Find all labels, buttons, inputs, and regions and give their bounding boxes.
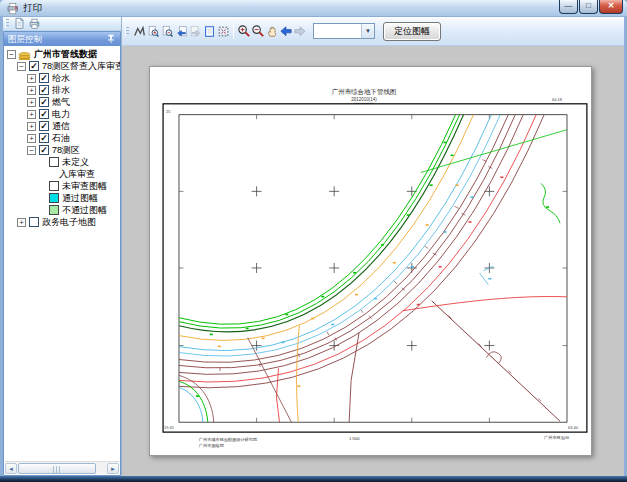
toolbar-grip[interactable] bbox=[125, 27, 129, 36]
chevron-down-icon[interactable]: ▼ bbox=[361, 24, 374, 38]
legend-label: 未定义 bbox=[62, 156, 89, 168]
pan-icon[interactable] bbox=[265, 23, 279, 40]
map-title: 广州市综合地下管线图 bbox=[332, 88, 397, 96]
legend-swatch[interactable] bbox=[49, 157, 59, 167]
app-toolbar bbox=[3, 17, 121, 31]
zoom-page-in-icon[interactable] bbox=[146, 23, 160, 40]
checkbox-checked[interactable]: ✓ bbox=[39, 145, 49, 155]
layer-control-header[interactable]: 图层控制 bbox=[4, 32, 120, 46]
expand-toggle[interactable]: + bbox=[27, 122, 36, 131]
scroll-right-arrow[interactable]: ► bbox=[107, 463, 119, 474]
zoom-out-icon[interactable] bbox=[251, 23, 265, 40]
frame-label-bl: 19.45 bbox=[164, 425, 175, 430]
tree-row-basemap[interactable]: + 政务电子地图 bbox=[4, 216, 120, 228]
new-document-icon[interactable] bbox=[12, 17, 27, 30]
pin-icon[interactable] bbox=[105, 33, 117, 45]
title-bar: 打印 — □ ✕ bbox=[0, 0, 627, 17]
pipeline-ticks bbox=[220, 160, 541, 402]
locate-sheet-button[interactable]: 定位图幅 bbox=[383, 22, 441, 41]
legend-label: 入库审查 bbox=[59, 168, 95, 180]
collapse-toggle[interactable]: − bbox=[17, 62, 26, 71]
tree-row-legend[interactable]: 未定义 bbox=[4, 156, 120, 168]
frame-label-br: 63.40 bbox=[568, 425, 579, 430]
checkbox-checked[interactable]: ✓ bbox=[39, 97, 49, 107]
tree-row-layer[interactable]: + ✓ 通信 bbox=[4, 120, 120, 132]
map-sheet-page: 广州市综合地下管线图 2012010(14) 25 64.18 19.45 63… bbox=[149, 66, 592, 456]
fit-extent-icon[interactable] bbox=[216, 23, 230, 40]
toolbar-separator bbox=[233, 23, 234, 39]
expand-toggle[interactable]: + bbox=[27, 98, 36, 107]
tree-row-legend[interactable]: 通过图幅 bbox=[4, 192, 120, 204]
collapse-toggle[interactable]: − bbox=[27, 146, 36, 155]
tree-row-layer[interactable]: + ✓ 给水 bbox=[4, 72, 120, 84]
checkbox-checked[interactable]: ✓ bbox=[39, 109, 49, 119]
map-subtitle: 2012010(14) bbox=[351, 97, 377, 102]
legend-swatch[interactable] bbox=[49, 193, 59, 203]
tree-row-layer[interactable]: + ✓ 燃气 bbox=[4, 96, 120, 108]
legend-label: 未审查图幅 bbox=[62, 180, 107, 192]
checkbox-checked[interactable]: ✓ bbox=[39, 133, 49, 143]
single-page-icon[interactable] bbox=[202, 23, 216, 40]
maximize-button[interactable]: □ bbox=[579, 0, 598, 14]
expand-toggle[interactable]: + bbox=[27, 86, 36, 95]
frame-label-tl: 25 bbox=[166, 109, 171, 114]
toolbar-grip[interactable] bbox=[5, 19, 9, 28]
checkbox-checked[interactable]: ✓ bbox=[29, 61, 39, 71]
zoom-page-out-icon[interactable] bbox=[160, 23, 174, 40]
pipeline-branches bbox=[179, 130, 567, 422]
window-title: 打印 bbox=[23, 2, 42, 15]
tree-row-zone[interactable]: − ✓ 78测区 bbox=[4, 144, 120, 156]
legend-swatch[interactable] bbox=[49, 205, 59, 215]
fit-width-icon[interactable] bbox=[132, 23, 146, 40]
layer-control-panel: 图层控制 − 广州市管线数据 − ✓ 78测区督查入库审查数据 bbox=[3, 31, 121, 476]
preview-area[interactable]: 广州市综合地下管线图 2012010(14) 25 64.18 19.45 63… bbox=[122, 46, 624, 476]
expand-toggle[interactable]: + bbox=[17, 218, 26, 227]
tree-row-layer[interactable]: + ✓ 排水 bbox=[4, 84, 120, 96]
checkbox-checked[interactable]: ✓ bbox=[39, 73, 49, 83]
tree-row-legend[interactable]: 未审查图幅 bbox=[4, 180, 120, 192]
expand-toggle[interactable]: + bbox=[27, 134, 36, 143]
go-back-icon[interactable] bbox=[279, 23, 293, 40]
checkbox-unchecked[interactable] bbox=[29, 217, 39, 227]
tree-row-dataset[interactable]: − ✓ 78测区督查入库审查数据 bbox=[4, 60, 120, 72]
tree-root-label: 广州市管线数据 bbox=[34, 48, 97, 60]
checkbox-checked[interactable]: ✓ bbox=[39, 85, 49, 95]
layer-control-title: 图层控制 bbox=[8, 34, 42, 44]
page-back-icon[interactable] bbox=[174, 23, 188, 40]
scrollbar-thumb[interactable] bbox=[18, 463, 96, 474]
zone-label: 78测区 bbox=[52, 144, 80, 156]
sheet-combo[interactable]: ▼ bbox=[313, 23, 375, 39]
layer-label: 燃气 bbox=[52, 96, 70, 108]
layer-label: 给水 bbox=[52, 72, 70, 84]
expand-toggle[interactable]: + bbox=[27, 74, 36, 83]
tree-row-layer[interactable]: + ✓ 石油 bbox=[4, 132, 120, 144]
collapse-toggle[interactable]: − bbox=[7, 50, 16, 59]
window-bottom-border bbox=[0, 476, 627, 482]
map-drawing: 广州市综合地下管线图 2012010(14) 25 64.18 19.45 63… bbox=[150, 67, 591, 455]
tree-row-layer[interactable]: + ✓ 电力 bbox=[4, 108, 120, 120]
close-button[interactable]: ✕ bbox=[599, 0, 623, 14]
tree-row-legend[interactable]: 入库审查 bbox=[4, 168, 120, 180]
layer-label: 排水 bbox=[52, 84, 70, 96]
layer-tree: − 广州市管线数据 − ✓ 78测区督查入库审查数据 + ✓ 给水 + ✓ 排水 bbox=[4, 46, 120, 460]
expand-toggle[interactable]: + bbox=[27, 110, 36, 119]
zoom-in-icon[interactable] bbox=[237, 23, 251, 40]
minimize-button[interactable]: — bbox=[559, 0, 578, 14]
layer-label: 电力 bbox=[52, 108, 70, 120]
page-forward-icon[interactable] bbox=[188, 23, 202, 40]
pipeline-labels bbox=[196, 142, 549, 397]
frame-label-tr: 64.18 bbox=[552, 97, 563, 102]
go-forward-icon[interactable] bbox=[293, 23, 307, 40]
footer-scale: 1:500 bbox=[349, 436, 360, 441]
tree-row-legend[interactable]: 不通过图幅 bbox=[4, 204, 120, 216]
legend-swatch[interactable] bbox=[49, 181, 59, 191]
app-icon bbox=[6, 2, 19, 15]
tree-row-root[interactable]: − 广州市管线数据 bbox=[4, 48, 120, 60]
dataset-label: 78测区督查入库审查数据 bbox=[42, 60, 120, 72]
checkbox-checked[interactable]: ✓ bbox=[39, 121, 49, 131]
horizontal-scrollbar[interactable]: ◄ ► bbox=[5, 461, 119, 474]
scroll-left-arrow[interactable]: ◄ bbox=[5, 463, 17, 474]
legend-label: 通过图幅 bbox=[62, 192, 98, 204]
window-controls: — □ ✕ bbox=[558, 0, 623, 14]
print-icon[interactable] bbox=[27, 17, 42, 30]
